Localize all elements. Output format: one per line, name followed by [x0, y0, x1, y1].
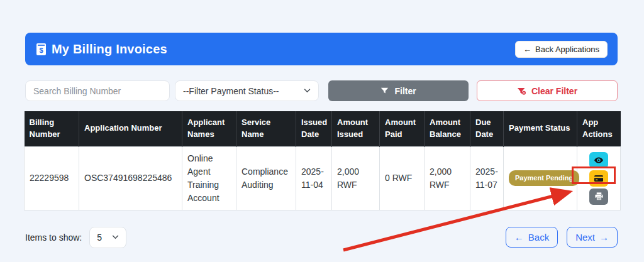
- view-invoice-button[interactable]: [589, 152, 608, 168]
- column-header-issued-date: Issued Date: [296, 111, 332, 146]
- column-header-application-number: Application Number: [79, 111, 182, 146]
- items-to-show-label: Items to show:: [25, 232, 82, 243]
- table-footer: Items to show: 5 ← Back Next →: [25, 227, 618, 248]
- back-applications-button[interactable]: ← Back Applications: [515, 41, 608, 58]
- page-title-group: $ My Billing Invoices: [36, 42, 167, 57]
- column-header-applicant-names: Applicant Names: [182, 111, 236, 146]
- print-invoice-button[interactable]: [589, 188, 608, 205]
- cell-applicant-names: Online Agent Training Account: [182, 146, 236, 210]
- clear-filter-button-label: Clear Filter: [531, 86, 577, 96]
- funnel-icon: [380, 87, 389, 95]
- eye-icon: [594, 155, 604, 165]
- page-size-select[interactable]: 5: [89, 227, 126, 248]
- content-wrapper: $ My Billing Invoices ← Back Application…: [0, 0, 644, 248]
- printer-icon: [594, 192, 604, 201]
- pay-invoice-button[interactable]: [589, 170, 608, 187]
- billing-invoices-page: { "colors": { "page_background": "#f1f5f…: [0, 0, 644, 262]
- pagination-back-button[interactable]: ← Back: [506, 227, 558, 248]
- column-header-amount-issued: Amount Issued: [332, 111, 380, 146]
- filter-button[interactable]: Filter: [328, 80, 469, 101]
- invoice-table-row: 22229598 OSC37491698225486 Online Agent …: [25, 146, 621, 210]
- funnel-x-icon: [517, 87, 526, 96]
- pagination-next-label: Next: [575, 232, 595, 243]
- column-header-due-date: Due Date: [470, 111, 504, 146]
- payment-status-selected-value: --Filter Payment Status--: [183, 86, 279, 96]
- column-header-service-name: Service Name: [236, 111, 296, 146]
- cell-payment-status: Payment Pending: [504, 146, 577, 210]
- cell-amount-balance: 2,000 RWF: [425, 146, 470, 210]
- arrow-left-icon: ←: [523, 45, 531, 54]
- invoice-icon: $: [36, 43, 46, 55]
- invoices-table: Billing Number Application Number Applic…: [24, 111, 621, 210]
- cell-billing-number: 22229598: [25, 146, 79, 210]
- chevron-down-icon: [304, 89, 311, 93]
- pagination-next-button[interactable]: Next →: [567, 227, 618, 248]
- arrow-right-icon: →: [599, 232, 609, 243]
- cell-service-name: Compliance Auditing: [236, 146, 296, 210]
- page-title: My Billing Invoices: [52, 42, 167, 57]
- back-applications-label: Back Applications: [535, 45, 599, 54]
- chevron-down-icon: [112, 235, 119, 239]
- column-header-amount-balance: Amount Balance: [425, 111, 470, 146]
- clear-filter-button[interactable]: Clear Filter: [477, 80, 618, 101]
- column-header-payment-status: Payment Status: [504, 111, 577, 146]
- items-to-show-group: Items to show: 5: [25, 227, 126, 248]
- cell-amount-issued: 2,000 RWF: [332, 146, 380, 210]
- payment-status-badge: Payment Pending: [509, 170, 579, 186]
- filter-toolbar: --Filter Payment Status-- Filter Clear F…: [25, 80, 618, 101]
- pagination-back-label: Back: [528, 232, 549, 243]
- cell-app-actions: [577, 146, 621, 210]
- cell-application-number: OSC37491698225486: [79, 146, 182, 210]
- page-size-value: 5: [97, 232, 102, 243]
- filter-button-label: Filter: [394, 86, 416, 96]
- pagination-controls: ← Back Next →: [506, 227, 618, 248]
- action-buttons-stack: [589, 152, 608, 205]
- arrow-left-icon: ←: [514, 232, 524, 243]
- cell-issued-date: 2025-11-04: [296, 146, 332, 210]
- cell-due-date: 2025-11-07: [470, 146, 504, 210]
- search-billing-number-input[interactable]: [25, 80, 170, 101]
- column-header-app-actions: App Actions: [577, 111, 621, 146]
- table-header: Billing Number Application Number Applic…: [25, 111, 621, 146]
- column-header-billing-number: Billing Number: [25, 111, 79, 146]
- column-header-amount-paid: Amount Paid: [380, 111, 425, 146]
- credit-card-icon: [594, 173, 604, 183]
- payment-status-select[interactable]: --Filter Payment Status--: [175, 80, 319, 101]
- page-header: $ My Billing Invoices ← Back Application…: [25, 33, 618, 65]
- cell-amount-paid: 0 RWF: [380, 146, 425, 210]
